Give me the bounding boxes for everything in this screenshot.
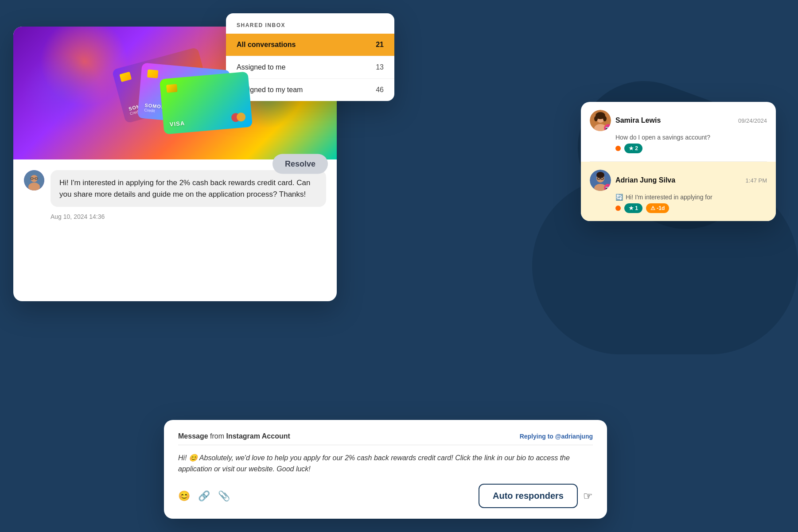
convo-badges-samira: ★ 2 — [615, 144, 767, 153]
inbox-header: SHARED INBOX — [226, 13, 394, 34]
inbox-row-assigned-me[interactable]: Assigned to me 13 — [226, 56, 394, 79]
reply-actions: 😊 🔗 📎 Auto responders ☞ — [178, 484, 593, 508]
instagram-icon-samira: 📷 — [604, 124, 611, 131]
instagram-icon-adrian: 📷 — [604, 184, 611, 191]
reply-header: Message from Instagram Account Replying … — [178, 432, 593, 440]
attachment-icon[interactable]: 📎 — [218, 490, 230, 502]
conversation-item-samira[interactable]: 📷 Samira Lewis 09/24/2024 How do I open … — [581, 102, 776, 161]
convo-name-adrian: Adrian Jung Silva — [615, 176, 675, 184]
convo-badges-adrian: ★ 1 ⚠ -1d — [615, 203, 767, 213]
credit-card-3: VISA — [160, 72, 253, 135]
convo-name-samira: Samira Lewis — [615, 116, 661, 124]
reply-divider — [178, 445, 593, 445]
chat-timestamp: Aug 10, 2024 14:36 — [51, 213, 326, 220]
inbox-row-assigned-me-count: 13 — [376, 63, 384, 71]
convo-preview-adrian: Hi! I'm interested in applying for — [626, 194, 712, 201]
reply-icons: 😊 🔗 📎 — [178, 490, 230, 502]
resolve-button[interactable]: Resolve — [272, 154, 328, 174]
inbox-row-assigned-team-count: 46 — [376, 86, 384, 94]
reply-body: Hi! 😊 Absolutely, we'd love to help you … — [178, 452, 593, 475]
convo-preview-samira: How do I open a savings account? — [615, 134, 767, 141]
emoji-icon[interactable]: 😊 — [178, 490, 190, 502]
inbox-card: SHARED INBOX All conversations 21 Assign… — [226, 13, 394, 101]
reply-from: Message from Instagram Account — [178, 432, 290, 440]
auto-responders-button[interactable]: Auto responders — [479, 484, 578, 508]
inbox-row-assigned-team[interactable]: Assigned to my team 46 — [226, 79, 394, 101]
link-icon[interactable]: 🔗 — [198, 490, 210, 502]
inbox-row-all-count: 21 — [376, 41, 384, 49]
reply-to: Replying to @adrianjung — [520, 433, 593, 440]
conversation-item-adrian[interactable]: 📷 Adrian Jung Silva 1:47 PM 🔄 Hi! I'm in… — [581, 162, 776, 221]
avatar-adrian: 📷 — [590, 170, 611, 191]
inbox-row-assigned-me-label: Assigned to me — [237, 63, 285, 71]
inbox-row-all[interactable]: All conversations 21 — [226, 34, 394, 56]
chat-message-row: Hi! I'm interested in applying for the 2… — [24, 170, 326, 207]
convo-date-adrian: 1:47 PM — [746, 177, 767, 184]
badge-warning-adrian: ⚠ -1d — [646, 203, 669, 213]
convo-date-samira: 09/24/2024 — [738, 117, 767, 124]
svg-point-10 — [594, 116, 598, 121]
avatar — [24, 170, 44, 190]
avatar-samira: 📷 — [590, 110, 611, 131]
cursor-pointer-icon: ☞ — [583, 490, 593, 502]
reply-card: Message from Instagram Account Replying … — [164, 420, 607, 519]
chat-bubble: Hi! I'm interested in applying for the 2… — [51, 170, 326, 207]
inbox-row-all-label: All conversations — [237, 41, 296, 49]
credit-card-stack: SOMOS Credit SOMOS — [104, 49, 246, 137]
conversation-list-card: 📷 Samira Lewis 09/24/2024 How do I open … — [581, 102, 776, 221]
badge-star-adrian: ★ 1 — [624, 203, 642, 213]
badge-star-samira: ★ 2 — [624, 144, 642, 153]
svg-point-11 — [603, 116, 607, 121]
svg-point-15 — [596, 172, 604, 178]
